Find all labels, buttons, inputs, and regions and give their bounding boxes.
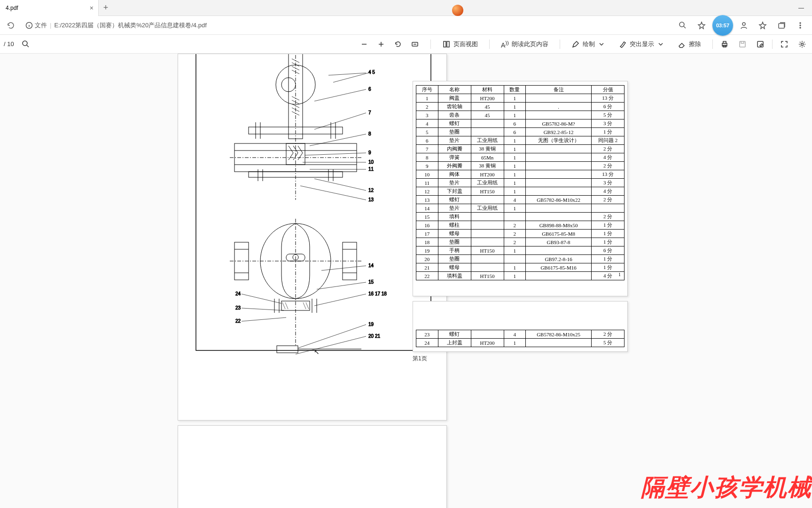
draw-button[interactable]: 绘制 [570, 35, 607, 54]
bom-header: 分值 [592, 86, 625, 94]
favorites-button[interactable] [755, 17, 771, 33]
table-row: 2齿轮轴451.6 分 [416, 103, 625, 111]
svg-line-89 [314, 294, 366, 306]
erase-label: 擦除 [689, 40, 701, 48]
table-row: 11垫片工业用纸13 分 [416, 179, 625, 187]
zoom-out-button[interactable] [358, 35, 370, 54]
svg-rect-85 [277, 346, 298, 353]
svg-point-4 [800, 23, 801, 24]
url-field[interactable]: 文件 | E:/2022第四届（国赛）机械类%20产品信息建模卷/4.pdf [21, 18, 672, 33]
dots-icon [796, 21, 804, 30]
svg-text:23: 23 [235, 305, 241, 310]
svg-line-79 [303, 302, 306, 309]
url-label: 文件 [35, 21, 47, 30]
minus-icon [360, 40, 368, 48]
chevron-down-icon [657, 40, 664, 48]
menu-button[interactable] [792, 17, 808, 33]
search-icon [22, 40, 30, 48]
svg-line-55 [300, 186, 366, 200]
page-view-icon [442, 40, 451, 48]
table-row: 17螺母2GB6175-85-M81 分 [416, 230, 625, 238]
erase-button[interactable]: 擦除 [676, 35, 703, 54]
watermark-text: 隔壁小孩学机械 [641, 472, 812, 503]
zoom-in-button[interactable] [375, 35, 387, 54]
svg-text:12: 12 [368, 188, 374, 193]
fullscreen-button[interactable] [778, 35, 790, 54]
save-button[interactable] [736, 35, 749, 54]
save-icon [738, 40, 747, 48]
svg-line-30 [292, 111, 299, 115]
svg-point-1 [679, 22, 684, 27]
svg-line-90 [298, 325, 366, 348]
svg-text:22: 22 [235, 318, 241, 324]
table-row: 12下封盖HT15014 分 [416, 187, 625, 196]
svg-text:6: 6 [368, 87, 371, 92]
table-row: 23螺钉4GB5782-86-M10x252 分 [416, 330, 625, 339]
svg-line-78 [285, 302, 288, 309]
table-row: 6垫片工业用纸1无图（学生设计）同问题 2 [416, 136, 625, 145]
window-controls: — [790, 0, 812, 16]
pdf-toolbar: / 10 页面视图 A)) 朗读此页内容 绘制 突出显示 [0, 35, 812, 54]
saveas-button[interactable] [754, 35, 766, 54]
collections-icon [777, 21, 786, 30]
search-icon [679, 21, 687, 30]
eraser-icon [678, 40, 686, 48]
svg-text:13: 13 [368, 197, 374, 202]
pdf-page-2 [178, 425, 447, 508]
svg-text:8: 8 [368, 131, 371, 136]
table-row: 18垫圈2GB93-87-81 分 [416, 238, 625, 246]
file-badge: 文件 [25, 21, 47, 30]
notification-icon[interactable] [452, 5, 463, 16]
refresh-button[interactable] [4, 18, 18, 32]
svg-line-22 [292, 59, 299, 63]
table-row: 14垫片工业用纸1 [416, 204, 625, 213]
svg-text:14: 14 [368, 263, 374, 268]
rotate-icon [394, 40, 402, 48]
fit-button[interactable] [409, 35, 421, 54]
highlight-button[interactable]: 突出显示 [617, 35, 666, 54]
clock-widget[interactable]: 03:57 [712, 15, 733, 36]
svg-point-16 [801, 43, 804, 45]
table-row: 7内阀瓣38 黄铜12 分 [416, 145, 625, 153]
plus-icon [377, 40, 385, 48]
svg-text:7: 7 [368, 110, 371, 115]
person-icon [740, 21, 748, 30]
new-tab-button[interactable]: + [99, 3, 113, 13]
rotate-button[interactable] [392, 35, 404, 54]
table-row: 4螺钉6GB5782-86-M?3 分 [416, 119, 625, 128]
svg-point-6 [800, 27, 801, 28]
page-view-button[interactable]: 页面视图 [440, 35, 480, 54]
svg-text:16  17  18: 16 17 18 [368, 291, 387, 296]
settings-button[interactable] [796, 35, 808, 54]
svg-line-97 [242, 294, 281, 303]
svg-line-87 [321, 266, 366, 270]
collections-button[interactable] [773, 17, 789, 33]
table-row: 9外阀瓣38 黄铜12 分 [416, 162, 625, 170]
highlighter-icon [618, 40, 627, 48]
pdf-viewer[interactable]: 4 5 6 7 8 9 10 11 12 13 [0, 54, 812, 508]
star-plus-icon [758, 21, 767, 30]
info-icon [25, 22, 33, 29]
bom-header: 材料 [471, 86, 504, 94]
find-button[interactable] [20, 35, 32, 54]
minimize-button[interactable]: — [790, 0, 812, 16]
account-button[interactable] [736, 17, 752, 33]
bom-table: 序号名称材料数量备注分值 1阀盖HT200113 分2齿轮轴451.6 分3齿条… [416, 85, 625, 280]
table-row: 5垫圈6GB92.2-85-121 分 [416, 128, 625, 136]
svg-text:15: 15 [368, 279, 374, 285]
bom-table-2: 23螺钉4GB5782-86-M10x252 分24上封盖HT20015 分 [416, 330, 625, 347]
gear-icon [798, 40, 806, 48]
browser-tab[interactable]: 4.pdf × [0, 0, 99, 16]
close-tab-icon[interactable]: × [90, 4, 94, 12]
svg-text:24: 24 [235, 291, 241, 296]
table-row: 20垫圈GB97.2-8-161 分 [416, 255, 625, 263]
bom-header: 数量 [504, 86, 526, 94]
bom-header: 序号 [416, 86, 438, 94]
zoom-button[interactable] [675, 17, 691, 33]
read-aloud-button[interactable]: A)) 朗读此页内容 [499, 35, 550, 54]
print-button[interactable] [718, 35, 731, 54]
table-row: 13螺钉4GB5782-86-M10x222 分 [416, 196, 625, 204]
svg-point-2 [742, 23, 745, 25]
table-row: 16螺柱2GB898-88-M8x501 分 [416, 221, 625, 230]
favorite-button[interactable] [694, 17, 710, 33]
